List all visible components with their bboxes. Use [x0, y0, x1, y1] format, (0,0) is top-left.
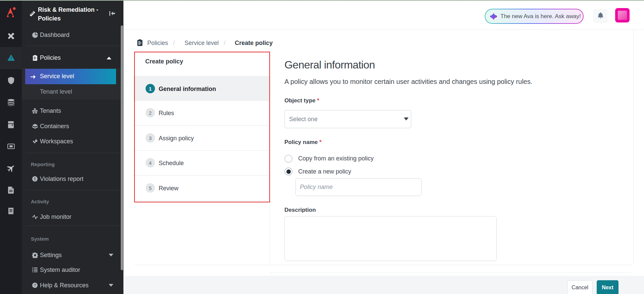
svg-text:?: ? — [34, 283, 36, 287]
